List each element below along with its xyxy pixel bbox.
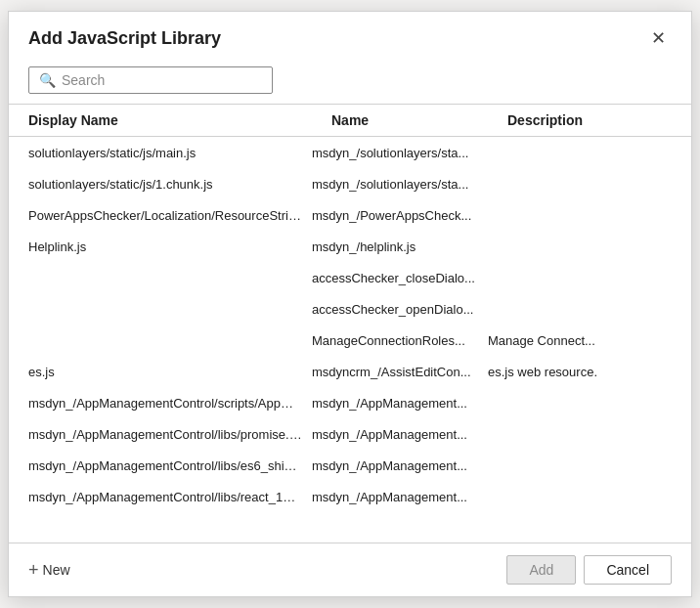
cell-name: accessChecker_openDialo... (312, 302, 488, 317)
new-button-label: New (43, 562, 70, 578)
dialog-header: Add JavaScript Library ✕ (9, 12, 691, 59)
dialog-title: Add JavaScript Library (28, 28, 221, 49)
add-button: Add (506, 555, 576, 585)
cell-name: msdyn_/AppManagement... (312, 427, 488, 442)
cell-name: accessChecker_closeDialo... (312, 271, 488, 285)
cell-name: msdyn_/AppManagement... (312, 458, 488, 473)
table-row[interactable]: msdyn_/AppManagementControl/libs/react_1… (28, 481, 672, 512)
cell-description: es.js web resource. (488, 365, 672, 379)
search-box: 🔍 (28, 66, 273, 94)
column-header-name: Name (331, 112, 507, 128)
cell-display-name: solutionlayers/static/js/main.js (28, 146, 312, 160)
search-icon: 🔍 (39, 72, 56, 88)
table-row[interactable]: msdyn_/AppManagementControl/libs/es6_shi… (28, 450, 672, 481)
cell-name: msdyn_/solutionlayers/sta... (312, 146, 488, 160)
search-area: 🔍 (9, 59, 691, 104)
search-input[interactable] (62, 72, 262, 88)
table-row[interactable]: ManageConnectionRoles...Manage Connect..… (28, 325, 672, 356)
column-header-description: Description (507, 112, 672, 128)
close-button[interactable]: ✕ (645, 27, 672, 49)
table-row[interactable]: solutionlayers/static/js/1.chunk.jsmsdyn… (28, 168, 672, 199)
cell-name: msdyn_/solutionlayers/sta... (312, 177, 488, 192)
cell-display-name: solutionlayers/static/js/1.chunk.js (28, 177, 312, 192)
table-row[interactable]: PowerAppsChecker/Localization/ResourceSt… (28, 199, 672, 231)
cell-name: msdyn_/AppManagement... (312, 490, 488, 504)
cancel-button[interactable]: Cancel (584, 555, 672, 585)
footer-actions: Add Cancel (506, 555, 672, 585)
table-header: Display Name Name Description (9, 105, 691, 137)
cell-display-name: Helplink.js (28, 239, 312, 254)
cell-display-name: msdyn_/AppManagementControl/scripts/AppM… (28, 396, 312, 411)
table-row[interactable]: accessChecker_closeDialo... (28, 262, 672, 293)
table-row[interactable]: solutionlayers/static/js/main.jsmsdyn_/s… (28, 137, 672, 168)
cell-display-name: PowerAppsChecker/Localization/ResourceSt… (28, 208, 312, 223)
cell-name: ManageConnectionRoles... (312, 333, 488, 348)
cell-name: msdyn_/helplink.js (312, 239, 488, 254)
add-js-library-dialog: Add JavaScript Library ✕ 🔍 Display Name … (8, 11, 692, 597)
table-row[interactable]: Helplink.jsmsdyn_/helplink.js (28, 231, 672, 262)
dialog-footer: + New Add Cancel (9, 543, 691, 596)
table-body: solutionlayers/static/js/main.jsmsdyn_/s… (9, 137, 691, 543)
cell-display-name: msdyn_/AppManagementControl/libs/promise… (28, 427, 312, 442)
plus-icon: + (28, 560, 39, 581)
table-row[interactable]: es.jsmsdyncrm_/AssistEditCon...es.js web… (28, 356, 672, 387)
table-row[interactable]: msdyn_/AppManagementControl/libs/promise… (28, 418, 672, 450)
cell-display-name: msdyn_/AppManagementControl/libs/es6_shi… (28, 458, 312, 473)
cell-name: msdyn_/AppManagement... (312, 396, 488, 411)
cell-display-name: msdyn_/AppManagementControl/libs/react_1… (28, 490, 312, 504)
table-row[interactable]: accessChecker_openDialo... (28, 293, 672, 325)
cell-name: msdyn_/PowerAppsCheck... (312, 208, 488, 223)
cell-description: Manage Connect... (488, 333, 672, 348)
table-container: Display Name Name Description solutionla… (9, 104, 691, 543)
cell-name: msdyncrm_/AssistEditCon... (312, 365, 488, 379)
new-button[interactable]: + New (28, 556, 70, 585)
table-row[interactable]: msdyn_/AppManagementControl/scripts/AppM… (28, 387, 672, 418)
column-header-display-name: Display Name (28, 112, 331, 128)
cell-display-name: es.js (28, 365, 312, 379)
